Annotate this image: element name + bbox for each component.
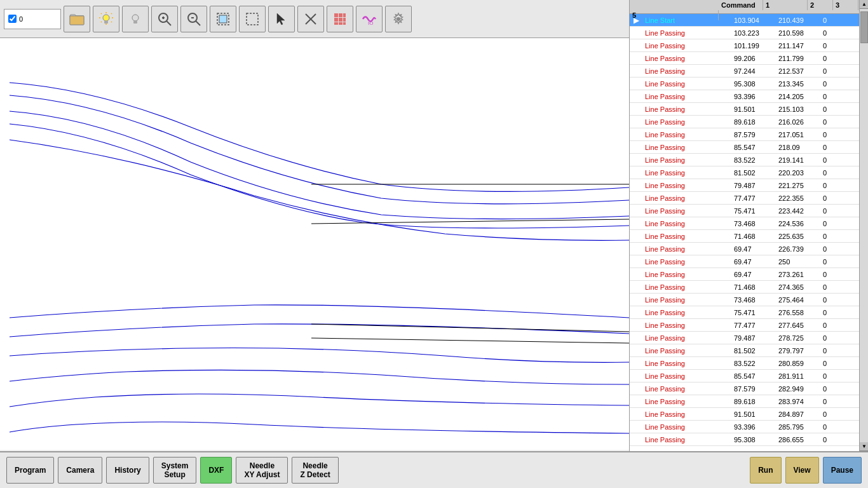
data-cell: 95.308 [731,80,776,88]
light-on-btn[interactable] [93,6,119,32]
table-row[interactable]: Line Passing71.468225.6350 [630,230,868,243]
history-button[interactable]: History [106,457,149,484]
select-all-btn[interactable] [210,6,236,32]
needle-z-button[interactable]: Needle Z Detect [292,457,338,484]
command-cell: Line Start [642,17,731,24]
data-cell: 0 [820,156,846,164]
table-row[interactable]: Line Passing95.308286.6550 [630,433,868,446]
table-row[interactable]: Line Passing69.47226.7390 [630,243,868,255]
table-row[interactable]: Line Passing69.472500 [630,255,868,268]
data-cell: 225.635 [776,233,820,240]
light-off-btn[interactable] [122,6,149,32]
data-cell: 284.897 [776,410,820,418]
table-row[interactable]: ▶Line Start103.904210.4390 [630,14,868,27]
table-row[interactable]: Line Passing79.487278.7250 [630,332,868,344]
table-row[interactable]: Line Passing101.199211.1470 [630,39,868,52]
command-cell: Line Passing [642,220,731,227]
data-cell: 71.468 [731,283,776,291]
cursor-btn[interactable] [268,6,295,32]
data-cell: 85.547 [731,144,776,151]
table-row[interactable]: Line Passing83.522219.1410 [630,154,868,166]
table-body[interactable]: ▶Line Start103.904210.4390Line Passing10… [630,14,868,450]
data-cell: 273.261 [776,271,820,278]
data-cell: 279.797 [776,347,820,355]
grid-btn[interactable] [327,6,353,32]
svg-rect-14 [219,15,227,23]
command-cell: Line Passing [642,207,731,215]
needle-xy-button[interactable]: Needle XY Adjust [236,457,288,484]
col-3: 3 [833,0,858,10]
data-cell: 75.471 [731,207,776,215]
table-row[interactable]: Line Passing89.618283.9740 [630,395,868,408]
data-cell: 89.618 [731,118,776,126]
command-cell: Line Passing [642,309,731,316]
table-row[interactable]: Line Passing87.579282.9490 [630,383,868,395]
table-row[interactable]: Line Passing85.547281.9110 [630,370,868,383]
data-cell: 93.396 [731,423,776,431]
table-row[interactable]: Line Passing93.396214.2050 [630,90,868,103]
wave-btn[interactable]: IO [356,6,383,32]
data-cell: 250 [776,258,820,266]
table-row[interactable]: Line Passing99.206211.7990 [630,52,868,65]
scroll-down-btn[interactable]: ▼ [860,442,868,451]
table-row[interactable]: Line Passing95.308213.3450 [630,78,868,90]
svg-marker-16 [277,13,285,25]
data-cell: 226.739 [776,245,820,253]
system-setup-button[interactable]: System Setup [153,457,197,484]
table-row[interactable]: Line Passing97.244212.5370 [630,65,868,78]
view-button[interactable]: View [785,457,819,484]
table-row[interactable]: Line Passing79.487221.2750 [630,179,868,192]
data-cell: 217.051 [776,131,820,139]
data-cell: 73.468 [731,296,776,304]
table-row[interactable]: Line Passing71.468274.3650 [630,281,868,294]
data-cell: 91.501 [731,105,776,113]
table-row[interactable]: Line Passing77.477222.3550 [630,192,868,205]
zoom-in-btn[interactable] [151,6,178,32]
table-row[interactable]: Line Passing91.501284.8970 [630,408,868,421]
table-row[interactable]: Line Passing91.501215.1030 [630,103,868,116]
pause-button[interactable]: Pause [823,457,862,484]
table-row[interactable]: Line Passing87.579217.0510 [630,128,868,141]
command-cell: Line Passing [642,334,731,342]
table-row[interactable]: Line Passing85.547218.090 [630,141,868,154]
vertical-scrollbar[interactable]: ▲ ▼ [859,0,868,451]
command-cell: Line Passing [642,360,731,367]
table-row[interactable]: Line Passing93.396285.7950 [630,421,868,433]
dxf-button[interactable]: DXF [200,457,232,484]
open-folder-btn[interactable] [64,6,90,32]
table-row[interactable]: Line Passing69.47273.2610 [630,268,868,281]
table-row[interactable]: Line Passing103.223210.5980 [630,27,868,39]
command-cell: Line Passing [642,423,731,431]
table-row[interactable]: Line Passing75.471223.4420 [630,205,868,217]
data-cell: 81.502 [731,347,776,355]
run-button[interactable]: Run [750,457,781,484]
svg-rect-27 [343,22,346,25]
table-row[interactable]: Line Passing81.502279.7970 [630,344,868,357]
data-cell: 223.442 [776,207,820,215]
toolbar-checkbox[interactable] [8,15,17,23]
table-row[interactable]: Line Passing73.468224.5360 [630,217,868,230]
table-row[interactable]: Line Passing77.477277.6450 [630,319,868,332]
camera-button[interactable]: Camera [58,457,102,484]
zoom-out-btn[interactable] [180,6,207,32]
scroll-up-btn[interactable]: ▲ [860,0,868,9]
command-cell: Line Passing [642,449,731,451]
scroll-thumb[interactable] [860,11,868,43]
table-row[interactable]: Line Passing89.618216.0260 [630,116,868,128]
data-cell: 0 [820,423,846,431]
data-cell: 75.471 [731,309,776,316]
data-cell: 0 [820,55,846,62]
table-row[interactable]: Line Passing81.502220.2030 [630,166,868,179]
cross-btn[interactable] [297,6,324,32]
table-row[interactable]: Line Passing75.471276.5580 [630,306,868,319]
program-button[interactable]: Program [6,457,54,484]
data-cell: 276.558 [776,309,820,316]
table-row[interactable]: Line Passing97.244287.4630 [630,446,868,450]
settings-btn[interactable] [385,6,412,32]
select-area-btn[interactable] [239,6,266,32]
table-row[interactable]: Line Passing83.522280.8590 [630,357,868,370]
table-row[interactable]: Line Passing73.468275.4640 [630,294,868,306]
data-cell: 101.199 [731,42,776,50]
svg-rect-3 [104,21,108,24]
svg-rect-26 [339,22,342,25]
